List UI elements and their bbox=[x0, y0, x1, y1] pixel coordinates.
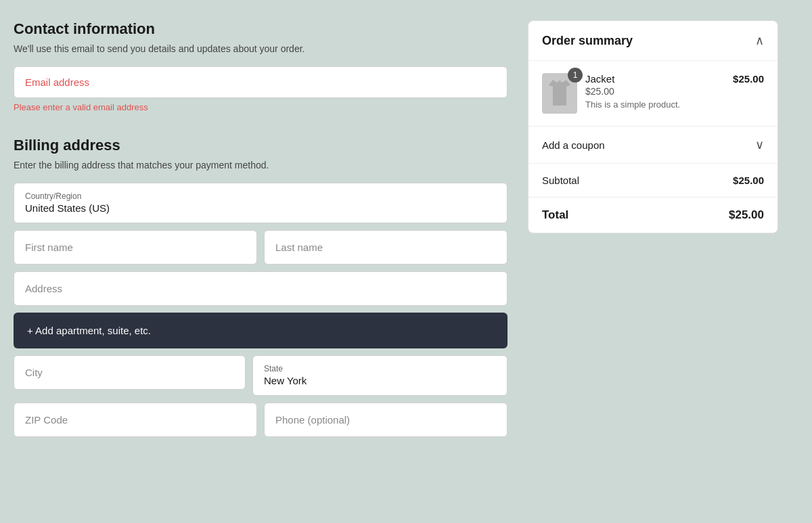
product-quantity-badge: 1 bbox=[568, 68, 583, 83]
chevron-up-icon[interactable]: ∧ bbox=[755, 33, 764, 48]
contact-section: Contact information We'll use this email… bbox=[14, 20, 508, 112]
product-name: Jacket bbox=[585, 73, 725, 85]
billing-section: Billing address Enter the billing addres… bbox=[14, 137, 508, 437]
contact-subtitle: We'll use this email to send you details… bbox=[14, 43, 508, 54]
coupon-label: Add a coupon bbox=[542, 139, 605, 151]
first-name-input[interactable] bbox=[14, 230, 257, 265]
country-field[interactable]: Country/Region United States (US) bbox=[14, 183, 508, 223]
total-value: $25.00 bbox=[729, 208, 764, 222]
state-value: New York bbox=[264, 375, 307, 386]
subtotal-label: Subtotal bbox=[542, 175, 579, 186]
zip-phone-row bbox=[14, 403, 508, 437]
city-state-row: State New York bbox=[14, 355, 508, 396]
product-price-right: $25.00 bbox=[733, 73, 764, 85]
right-column: Order summary ∧ 1 Jacket $25.00 bbox=[528, 20, 778, 503]
email-error: Please enter a valid email address bbox=[14, 102, 508, 112]
state-field[interactable]: State New York bbox=[252, 355, 508, 396]
order-summary-header: Order summary ∧ bbox=[528, 21, 777, 61]
country-label: Country/Region bbox=[25, 191, 496, 201]
email-input[interactable] bbox=[14, 66, 508, 98]
country-value: United States (US) bbox=[25, 202, 110, 214]
billing-title: Billing address bbox=[14, 137, 508, 154]
left-column: Contact information We'll use this email… bbox=[14, 20, 508, 503]
subtotal-row: Subtotal $25.00 bbox=[528, 164, 777, 198]
city-input[interactable] bbox=[14, 355, 246, 390]
product-image-wrapper: 1 bbox=[542, 73, 577, 114]
product-description: This is a simple product. bbox=[585, 99, 725, 110]
page-container: Contact information We'll use this email… bbox=[14, 20, 798, 503]
state-label: State bbox=[264, 364, 496, 373]
product-price-small: $25.00 bbox=[585, 86, 725, 97]
name-row bbox=[14, 230, 508, 265]
phone-input[interactable] bbox=[264, 403, 508, 437]
order-summary-box: Order summary ∧ 1 Jacket $25.00 bbox=[528, 20, 778, 233]
total-label: Total bbox=[542, 208, 568, 222]
product-row: 1 Jacket $25.00 This is a simple product… bbox=[528, 61, 777, 127]
address-input[interactable] bbox=[14, 271, 508, 306]
order-summary-title: Order summary bbox=[542, 34, 633, 48]
add-coupon-row[interactable]: Add a coupon ∨ bbox=[528, 127, 777, 164]
coupon-chevron-down-icon: ∨ bbox=[755, 137, 764, 152]
product-info: Jacket $25.00 This is a simple product. bbox=[585, 73, 725, 110]
subtotal-value: $25.00 bbox=[733, 175, 764, 186]
zip-input[interactable] bbox=[14, 403, 257, 437]
add-apartment-button[interactable]: + Add apartment, suite, etc. bbox=[14, 313, 508, 348]
billing-subtitle: Enter the billing address that matches y… bbox=[14, 160, 508, 170]
total-row: Total $25.00 bbox=[528, 198, 777, 233]
last-name-input[interactable] bbox=[264, 230, 508, 265]
contact-title: Contact information bbox=[14, 20, 508, 38]
address-wrapper bbox=[14, 271, 508, 306]
city-wrapper bbox=[14, 355, 246, 396]
